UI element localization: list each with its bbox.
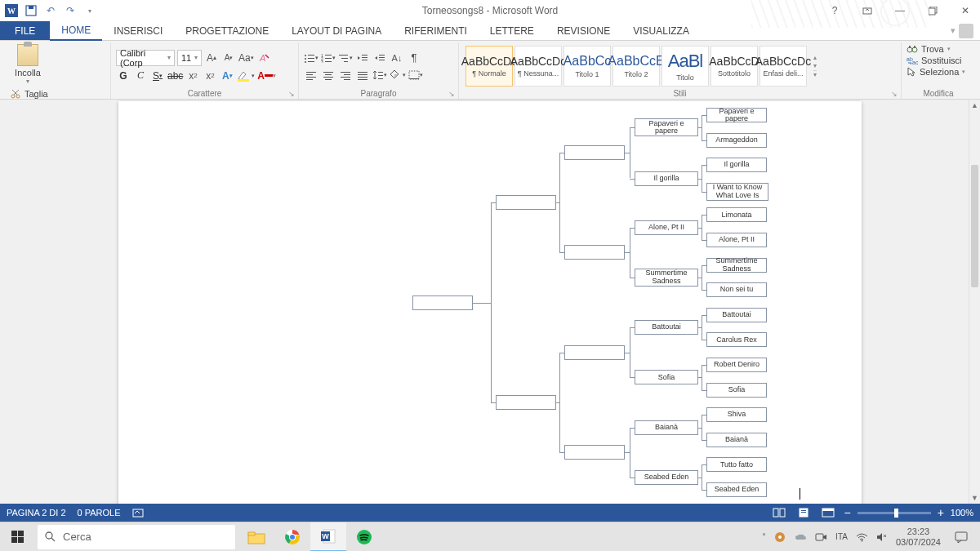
- subscript-button[interactable]: x2: [185, 69, 200, 83]
- tray-wifi-icon[interactable]: [856, 532, 868, 542]
- tray-volume-icon[interactable]: [876, 532, 888, 542]
- style-titolo-2[interactable]: AaBbCcETitolo 2: [612, 46, 660, 87]
- tab-file[interactable]: FILE: [0, 21, 50, 40]
- align-right-button[interactable]: [338, 68, 353, 82]
- tab-review[interactable]: REVISIONE: [546, 21, 621, 40]
- bracket-r4-1: [564, 245, 625, 260]
- page[interactable]: Papaveri e papereArmageddonIl gorillaI W…: [118, 101, 862, 504]
- clear-formatting-button[interactable]: A: [256, 51, 271, 65]
- borders-button[interactable]: ▾: [408, 68, 423, 82]
- styles-scroll-down[interactable]: ▾: [813, 62, 817, 69]
- spellcheck-icon[interactable]: [132, 507, 145, 518]
- style-titolo[interactable]: AaBlTitolo: [662, 46, 709, 87]
- taskbar-chrome[interactable]: [274, 522, 310, 552]
- decrease-indent-button[interactable]: [355, 51, 370, 65]
- grow-font-button[interactable]: A▴: [204, 51, 219, 65]
- numbering-button[interactable]: 123▾: [321, 51, 336, 65]
- replace-button[interactable]: abac Sostituisci: [906, 56, 962, 65]
- style--normale[interactable]: AaBbCcDc¶ Normale: [466, 46, 513, 87]
- increase-indent-button[interactable]: [372, 51, 387, 65]
- taskbar-spotify[interactable]: [346, 522, 382, 552]
- scroll-down-arrow[interactable]: ▼: [969, 492, 980, 504]
- italic-button[interactable]: C: [133, 69, 148, 83]
- shading-button[interactable]: ▾: [390, 68, 406, 82]
- undo-icon[interactable]: ↶: [44, 4, 57, 17]
- justify-button[interactable]: [355, 68, 370, 82]
- paragraph-launcher-icon[interactable]: ↘: [448, 90, 455, 98]
- tab-references[interactable]: RIFERIMENTI: [393, 21, 479, 40]
- taskbar-clock[interactable]: 23:23 03/07/2024: [896, 527, 941, 547]
- multilevel-list-button[interactable]: ▾: [338, 51, 353, 65]
- styles-launcher-icon[interactable]: ↘: [891, 90, 898, 98]
- tab-insert[interactable]: INSERISCI: [102, 21, 174, 40]
- tab-mailings[interactable]: LETTERE: [479, 21, 546, 40]
- restore-button[interactable]: [921, 2, 944, 20]
- align-left-button[interactable]: [304, 68, 318, 82]
- page-indicator[interactable]: PAGINA 2 DI 2: [7, 508, 66, 518]
- tray-language-icon[interactable]: ITA: [835, 532, 848, 541]
- paste-button[interactable]: Incolla ▾: [10, 44, 46, 85]
- vertical-scrollbar[interactable]: ▲ ▼: [969, 100, 980, 504]
- svg-rect-70: [822, 509, 834, 511]
- word-count[interactable]: 0 PAROLE: [78, 508, 121, 518]
- tab-home[interactable]: HOME: [50, 21, 102, 41]
- tray-meet-now-icon[interactable]: [815, 532, 827, 542]
- scroll-up-arrow[interactable]: ▲: [969, 100, 980, 111]
- avatar-icon: [959, 24, 973, 38]
- taskbar-file-explorer[interactable]: [238, 522, 274, 552]
- font-launcher-icon[interactable]: ↘: [288, 90, 295, 98]
- select-button[interactable]: Seleziona ▾: [906, 67, 965, 77]
- tab-page-layout[interactable]: LAYOUT DI PAGINA: [280, 21, 393, 40]
- zoom-slider[interactable]: [858, 512, 931, 514]
- style--nessuna-[interactable]: AaBbCcDc¶ Nessuna...: [514, 46, 562, 87]
- tray-disc-icon[interactable]: [774, 531, 786, 543]
- svg-rect-14: [238, 79, 249, 82]
- underline-button[interactable]: S▾: [150, 69, 165, 83]
- taskbar-word[interactable]: W: [310, 522, 346, 552]
- font-color-button[interactable]: A▾: [257, 69, 276, 83]
- styles-expand[interactable]: ▾: [813, 70, 817, 78]
- styles-scroll-up[interactable]: ▴: [813, 54, 817, 61]
- web-layout-button[interactable]: [819, 506, 837, 519]
- zoom-in-button[interactable]: +: [938, 506, 944, 519]
- taskbar-search[interactable]: Cerca: [38, 525, 235, 549]
- bullets-button[interactable]: ▾: [304, 51, 318, 65]
- close-button[interactable]: ✕: [954, 2, 977, 20]
- align-center-button[interactable]: [321, 68, 336, 82]
- superscript-button[interactable]: x2: [203, 69, 217, 83]
- sort-button[interactable]: A↓: [390, 51, 404, 65]
- save-icon[interactable]: [24, 4, 38, 17]
- redo-icon[interactable]: ↷: [64, 4, 77, 17]
- minimize-button[interactable]: —: [889, 2, 911, 20]
- tray-overflow-icon[interactable]: ˄: [762, 532, 766, 541]
- style-enfasi-deli-[interactable]: AaBbCcDcEnfasi deli...: [760, 46, 807, 87]
- read-mode-button[interactable]: [770, 506, 788, 519]
- ribbon-display-options-button[interactable]: [856, 2, 879, 20]
- help-button[interactable]: ?: [823, 2, 846, 20]
- show-marks-button[interactable]: ¶: [407, 51, 421, 65]
- highlight-button[interactable]: ▾: [237, 69, 255, 83]
- bold-button[interactable]: G: [116, 69, 131, 83]
- shrink-font-button[interactable]: A▾: [221, 51, 236, 65]
- change-case-button[interactable]: Aa▾: [238, 51, 254, 65]
- tab-view[interactable]: VISUALIZZA: [621, 21, 701, 40]
- zoom-level[interactable]: 100%: [951, 508, 973, 518]
- tab-design[interactable]: PROGETTAZIONE: [174, 21, 280, 40]
- zoom-out-button[interactable]: −: [844, 506, 850, 519]
- notifications-button[interactable]: [949, 526, 973, 549]
- strikethrough-button[interactable]: abc: [167, 69, 183, 83]
- text-effects-button[interactable]: A▾: [220, 69, 234, 83]
- scrollbar-thumb[interactable]: [971, 165, 978, 287]
- tray-onedrive-icon[interactable]: [794, 532, 807, 542]
- font-name-input[interactable]: Calibri (Corp▾: [116, 50, 175, 66]
- cut-button[interactable]: Taglia: [10, 88, 81, 100]
- start-button[interactable]: [0, 522, 34, 552]
- style-sottotitolo[interactable]: AaBbCcDSottotitolo: [710, 46, 758, 87]
- print-layout-button[interactable]: [795, 506, 813, 519]
- line-spacing-button[interactable]: ▾: [372, 68, 387, 82]
- find-button[interactable]: Trova ▾: [906, 44, 951, 54]
- style-titolo-1[interactable]: AaBbCcTitolo 1: [564, 46, 611, 87]
- sign-in[interactable]: ▾: [951, 21, 980, 40]
- qat-customize-icon[interactable]: ▾: [83, 4, 96, 17]
- font-size-input[interactable]: 11▾: [177, 50, 202, 66]
